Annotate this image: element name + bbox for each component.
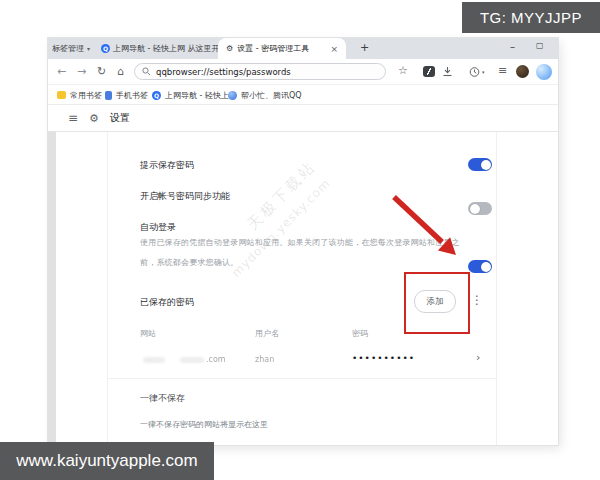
site-watermark-badge: www.kaiyuntyapple.com (0, 442, 214, 480)
screenshot-root: 标签管理 ▾ Q 上网导航 - 轻快上网 从这里开始 ⚙ 设置 - 密码管理工具… (0, 0, 600, 480)
auto-login-desc-line2: 前，系统都会要求您确认。 (140, 257, 238, 268)
bookmark-item-nav[interactable]: Q 上网导航 - 轻快上 (152, 85, 229, 105)
new-tab-button[interactable]: + (360, 41, 369, 54)
window-edge-strip (48, 85, 56, 445)
bookmark-label: 手机书签 (116, 90, 148, 101)
tab-label: 标签管理 (52, 43, 84, 54)
row-label-sync: 开启帐号密码同步功能 (140, 190, 230, 203)
password-cell: •••••••••• (352, 353, 415, 363)
home-button[interactable]: ⌂ (117, 59, 124, 85)
folder-icon (57, 91, 66, 99)
row-divider (108, 378, 496, 379)
tab-close-icon[interactable]: × (330, 44, 338, 54)
never-save-title: 一律不保存 (140, 392, 185, 405)
settings-page-header: ≡ ⚙ 设置 (48, 105, 558, 132)
tab-bar: 标签管理 ▾ Q 上网导航 - 轻快上网 从这里开始 ⚙ 设置 - 密码管理工具… (48, 38, 558, 59)
row-label-auto-login: 自动登录 (140, 221, 176, 234)
url-text: qqbrowser://settings/passwords (156, 67, 291, 77)
username-cell: zhan (255, 355, 274, 364)
tg-watermark-badge: TG: MYYJJPP (462, 2, 600, 33)
minimize-button[interactable]: – (510, 41, 515, 52)
back-button[interactable]: ← (57, 59, 66, 85)
toggle-auto-login[interactable] (468, 260, 492, 273)
bookmark-item-common[interactable]: 常用书签 (57, 85, 102, 105)
password-table-row[interactable]: .com zhan •••••••••• › (108, 346, 496, 377)
bookmark-item-mobile[interactable]: 手机书签 (105, 85, 148, 105)
qq-shortcut-icon[interactable] (423, 66, 435, 77)
tab-label-manager[interactable]: 标签管理 ▾ (52, 38, 90, 59)
bookmark-star-icon[interactable]: ☆ (398, 64, 408, 77)
main-menu-icon[interactable]: ≡ (498, 64, 507, 77)
tab-label: 设置 - 密码管理工具 (237, 43, 309, 54)
address-bar[interactable]: qqbrowser://settings/passwords (134, 63, 386, 80)
tg-label: TG: MYYJJPP (480, 9, 582, 26)
download-icon[interactable] (442, 66, 453, 78)
browser-toolbar: ← → ↻ ⌂ qqbrowser://settings/passwords ☆ (48, 59, 558, 85)
page-title: 设置 (110, 111, 130, 125)
never-save-hint: 一律不保存密码的网站将显示在这里 (140, 419, 268, 430)
red-highlight-box (404, 272, 470, 334)
kebab-menu-icon[interactable]: ⋮ (471, 293, 483, 307)
col-header-website: 网站 (140, 328, 156, 339)
history-icon[interactable] (469, 66, 481, 78)
search-icon (142, 67, 151, 76)
phone-icon (105, 91, 112, 100)
red-arrow-annotation (385, 190, 465, 262)
qq-penguin-icon (228, 91, 237, 100)
browser-window: 标签管理 ▾ Q 上网导航 - 轻快上网 从这里开始 ⚙ 设置 - 密码管理工具… (48, 38, 558, 445)
toggle-save-prompt[interactable] (468, 158, 492, 171)
qq-favicon-icon: Q (101, 44, 110, 53)
avatar[interactable] (516, 65, 529, 78)
bookmark-label: 常用书签 (70, 90, 102, 101)
qq-nav-icon: Q (152, 91, 161, 100)
forward-button[interactable]: → (77, 59, 86, 85)
website-blur (143, 357, 165, 363)
reload-button[interactable]: ↻ (97, 59, 106, 85)
tab-settings-active[interactable]: ⚙ 设置 - 密码管理工具 × (218, 38, 346, 59)
history-caret-icon[interactable]: ▾ (482, 69, 485, 75)
bookmarks-bar: 常用书签 手机书签 Q 上网导航 - 轻快上 帮小忙、腾讯QQ (48, 85, 558, 105)
toggle-sync[interactable] (468, 202, 492, 215)
tab-nav-home[interactable]: Q 上网导航 - 轻快上网 从这里开始 (101, 38, 228, 59)
website-cell: .com (206, 355, 226, 364)
browser-profile-icon[interactable] (536, 64, 552, 80)
maximize-button[interactable]: ▢ (536, 41, 544, 50)
col-header-password: 密码 (352, 328, 368, 339)
hamburger-menu-icon[interactable]: ≡ (68, 111, 78, 125)
chevron-right-icon[interactable]: › (476, 351, 480, 364)
gear-icon: ⚙ (226, 44, 233, 53)
caret-down-icon: ▾ (87, 45, 90, 52)
tab-label: 上网导航 - 轻快上网 从这里开始 (113, 43, 228, 54)
website-blur (180, 357, 204, 363)
bookmark-item-qq-help[interactable]: 帮小忙、腾讯QQ (228, 85, 302, 105)
saved-passwords-title: 已保存的密码 (140, 296, 194, 309)
site-label: www.kaiyuntyapple.com (16, 451, 197, 471)
bookmark-label: 上网导航 - 轻快上 (165, 90, 229, 101)
row-label-save-prompt: 提示保存密码 (140, 159, 194, 172)
col-header-username: 用户名 (255, 328, 279, 339)
bookmark-label: 帮小忙、腾讯QQ (241, 90, 302, 101)
gear-icon: ⚙ (89, 112, 99, 125)
